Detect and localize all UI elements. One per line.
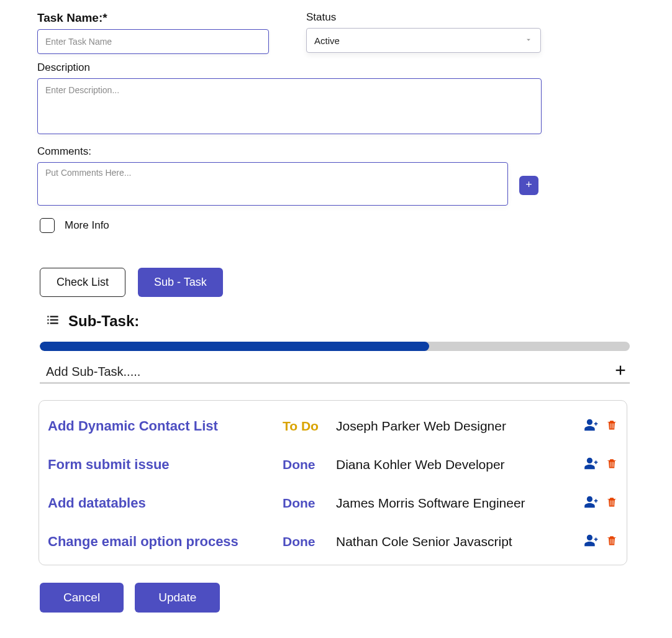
- trash-icon[interactable]: [606, 418, 618, 434]
- subtask-assignee: Diana Kohler Web Developer: [336, 457, 584, 472]
- status-select[interactable]: Active: [306, 28, 541, 53]
- subtask-assignee: Nathan Cole Senior Javascript: [336, 534, 584, 549]
- description-label: Description: [37, 62, 635, 74]
- assign-user-icon[interactable]: [584, 534, 601, 550]
- chevron-down-icon: [524, 35, 533, 46]
- subtask-progress-fill: [40, 342, 429, 351]
- subtask-name[interactable]: Add Dynamic Contact List: [48, 418, 283, 434]
- add-subtask-input[interactable]: Add Sub-Task.....: [46, 365, 140, 379]
- subtask-row: Add Dynamic Contact ListTo DoJoseph Park…: [48, 412, 618, 450]
- update-button[interactable]: Update: [135, 583, 220, 613]
- subtask-status: To Do: [283, 419, 336, 434]
- subtask-assignee: James Morris Software Engineer: [336, 496, 584, 511]
- subtask-list: Add Dynamic Contact ListTo DoJoseph Park…: [39, 400, 627, 565]
- tab-subtask[interactable]: Sub - Task: [138, 268, 223, 297]
- subtask-status: Done: [283, 534, 336, 549]
- subtask-name[interactable]: Add datatables: [48, 495, 283, 511]
- plus-icon: [524, 180, 534, 191]
- cancel-button[interactable]: Cancel: [40, 583, 124, 613]
- more-info-checkbox[interactable]: [40, 218, 55, 233]
- assign-user-icon[interactable]: [584, 495, 601, 511]
- subtask-row: Form submit issueDoneDiana Kohler Web De…: [48, 450, 618, 489]
- task-name-input[interactable]: [37, 29, 269, 54]
- subtask-name[interactable]: Form submit issue: [48, 457, 283, 473]
- more-info-label: More Info: [65, 219, 109, 232]
- subtask-progress: [40, 342, 630, 351]
- subtask-status: Done: [283, 496, 336, 511]
- assign-user-icon[interactable]: [584, 457, 601, 473]
- add-comment-button[interactable]: [519, 176, 538, 195]
- status-label: Status: [306, 11, 541, 24]
- description-input[interactable]: [37, 78, 542, 134]
- subtask-name[interactable]: Change email option process: [48, 534, 283, 550]
- tab-checklist[interactable]: Check List: [40, 268, 125, 297]
- trash-icon[interactable]: [606, 495, 618, 511]
- subtask-row: Change email option processDoneNathan Co…: [48, 527, 618, 556]
- subtask-title: Sub-Task:: [68, 312, 139, 330]
- assign-user-icon[interactable]: [584, 418, 601, 434]
- trash-icon[interactable]: [606, 534, 618, 550]
- subtask-assignee: Joseph Parker Web Designer: [336, 419, 584, 434]
- task-name-label: Task Name:*: [37, 11, 269, 25]
- comments-label: Comments:: [37, 145, 635, 158]
- trash-icon[interactable]: [606, 457, 618, 473]
- subtask-status: Done: [283, 457, 336, 472]
- comments-input[interactable]: [37, 162, 508, 206]
- list-icon: [45, 312, 61, 330]
- add-subtask-button[interactable]: [614, 363, 627, 380]
- status-value: Active: [314, 35, 340, 46]
- subtask-row: Add datatablesDoneJames Morris Software …: [48, 489, 618, 527]
